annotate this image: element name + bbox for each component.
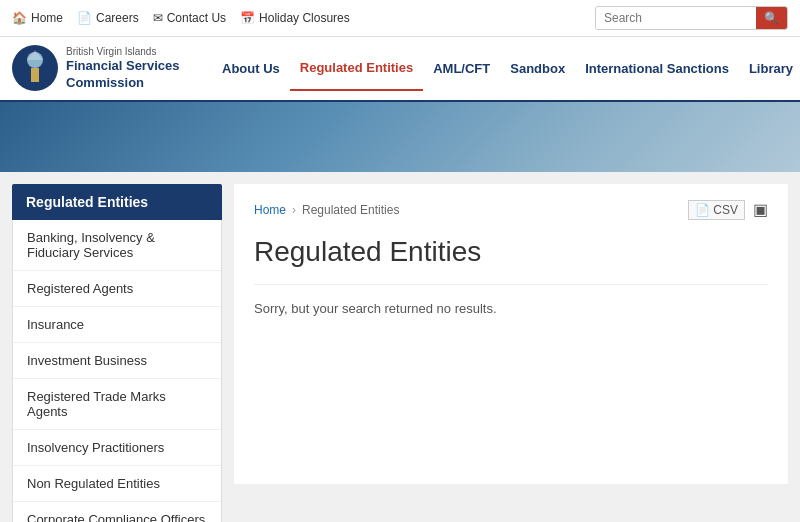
nav-about-us[interactable]: About Us [212,46,290,91]
nav-aml-cft[interactable]: AML/CFT [423,46,500,91]
csv-button[interactable]: 📄 CSV [688,200,745,220]
holiday-link[interactable]: 📅 Holiday Closures [240,11,350,25]
breadcrumb-actions: 📄 CSV ▣ [688,200,768,220]
breadcrumb-separator: › [292,203,296,217]
main-content: Home › Regulated Entities 📄 CSV ▣ Regula… [234,184,788,484]
logo-icon [12,45,58,91]
logo-text: British Virgin Islands Financial Service… [66,45,212,92]
print-button[interactable]: ▣ [753,200,768,219]
search-input[interactable] [596,7,756,29]
home-link[interactable]: 🏠 Home [12,11,63,25]
content-area: Regulated Entities Banking, Insolvency &… [0,172,800,522]
svg-rect-1 [31,68,39,82]
nav-international-sanctions[interactable]: International Sanctions [575,46,739,91]
top-bar: 🏠 Home 📄 Careers ✉ Contact Us 📅 Holiday … [0,0,800,37]
no-results-message: Sorry, but your search returned no resul… [254,284,768,316]
careers-link[interactable]: 📄 Careers [77,11,139,25]
csv-icon: 📄 [695,203,710,217]
hero-banner [0,102,800,172]
top-bar-links: 🏠 Home 📄 Careers ✉ Contact Us 📅 Holiday … [12,11,579,25]
sidebar-item-trade-marks[interactable]: Registered Trade Marks Agents [13,379,221,430]
sidebar-menu: Banking, Insolvency & Fiduciary Services… [12,220,222,522]
search-box: 🔍 [595,6,788,30]
sidebar-item-investment-business[interactable]: Investment Business [13,343,221,379]
sidebar-item-compliance[interactable]: Corporate Compliance Officers [13,502,221,522]
nav-regulated-entities[interactable]: Regulated Entities [290,46,423,91]
sidebar-title: Regulated Entities [12,184,222,220]
page-title: Regulated Entities [254,236,768,268]
nav-library[interactable]: Library [739,46,800,91]
logo-area[interactable]: British Virgin Islands Financial Service… [12,37,212,100]
sidebar-item-non-regulated[interactable]: Non Regulated Entities [13,466,221,502]
breadcrumb-links: Home › Regulated Entities [254,203,399,217]
main-nav: About Us Regulated Entities AML/CFT Sand… [212,46,800,91]
contact-icon: ✉ [153,11,163,25]
search-button[interactable]: 🔍 [756,7,787,29]
holiday-icon: 📅 [240,11,255,25]
sidebar-item-insolvency[interactable]: Insolvency Practitioners [13,430,221,466]
home-icon: 🏠 [12,11,27,25]
sidebar-item-banking[interactable]: Banking, Insolvency & Fiduciary Services [13,220,221,271]
careers-icon: 📄 [77,11,92,25]
sidebar-item-registered-agents[interactable]: Registered Agents [13,271,221,307]
breadcrumb: Home › Regulated Entities 📄 CSV ▣ [254,200,768,220]
breadcrumb-home[interactable]: Home [254,203,286,217]
sidebar-item-insurance[interactable]: Insurance [13,307,221,343]
nav-sandbox[interactable]: Sandbox [500,46,575,91]
contact-link[interactable]: ✉ Contact Us [153,11,226,25]
breadcrumb-current: Regulated Entities [302,203,399,217]
header: British Virgin Islands Financial Service… [0,37,800,102]
sidebar: Regulated Entities Banking, Insolvency &… [12,184,222,522]
